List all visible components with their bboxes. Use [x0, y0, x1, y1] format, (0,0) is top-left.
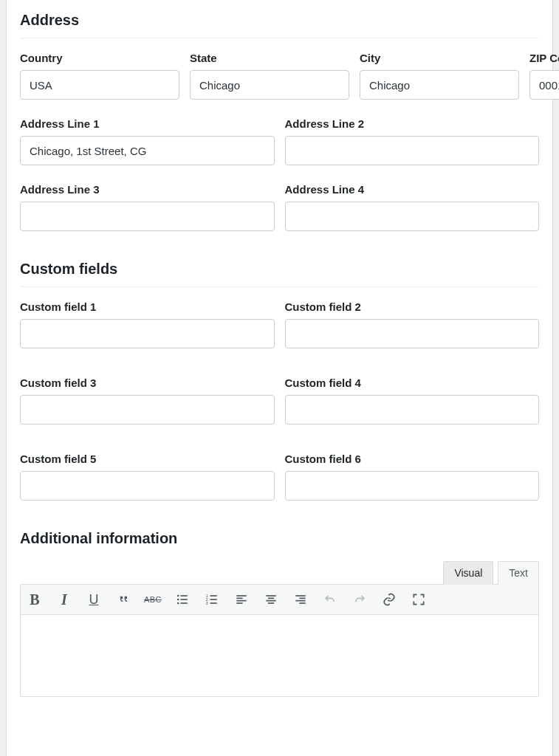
custom-field-4-label: Custom field 4 — [285, 377, 540, 389]
blockquote-button[interactable] — [115, 589, 131, 610]
svg-rect-17 — [268, 598, 274, 599]
city-input[interactable] — [360, 70, 519, 100]
address-line-1-input[interactable] — [20, 136, 275, 165]
svg-rect-14 — [236, 600, 246, 602]
link-button[interactable] — [381, 589, 397, 610]
svg-rect-19 — [268, 602, 274, 604]
svg-rect-11 — [210, 602, 217, 604]
italic-icon: I — [61, 591, 67, 608]
numbered-list-button[interactable]: 123 — [204, 589, 220, 610]
svg-point-2 — [177, 602, 179, 605]
tab-visual[interactable]: Visual — [443, 561, 493, 585]
custom-field-1-input[interactable] — [20, 319, 275, 348]
fullscreen-icon — [411, 592, 426, 607]
strikethrough-button[interactable]: ABC — [145, 589, 161, 610]
custom-field-2-label: Custom field 2 — [285, 300, 540, 313]
custom-field-5-label: Custom field 5 — [20, 453, 275, 465]
strikethrough-icon: ABC — [144, 595, 162, 604]
align-left-button[interactable] — [233, 589, 250, 610]
bold-button[interactable]: B — [27, 589, 43, 610]
custom-fields-section-title: Custom fields — [20, 249, 539, 287]
bold-icon: B — [30, 591, 39, 608]
rich-text-editor: B I U ABC 123 — [20, 584, 539, 697]
svg-rect-16 — [266, 595, 275, 597]
align-left-icon — [234, 592, 249, 607]
custom-field-6-input[interactable] — [285, 471, 540, 501]
custom-field-1-label: Custom field 1 — [20, 300, 275, 313]
custom-field-4-input[interactable] — [285, 395, 540, 425]
custom-field-6-label: Custom field 6 — [285, 453, 540, 465]
address-line-2-label: Address Line 2 — [285, 117, 540, 130]
address-line-3-label: Address Line 3 — [20, 183, 275, 196]
blockquote-icon — [116, 592, 131, 607]
bullet-list-icon — [175, 592, 190, 607]
svg-rect-21 — [299, 598, 305, 599]
additional-info-section-title: Additional information — [20, 518, 539, 556]
country-label: Country — [20, 52, 179, 64]
fullscreen-button[interactable] — [411, 589, 427, 610]
svg-rect-15 — [236, 602, 242, 604]
svg-point-1 — [177, 599, 179, 601]
link-icon — [382, 592, 397, 607]
svg-rect-4 — [181, 599, 188, 600]
undo-button[interactable] — [322, 589, 338, 610]
svg-point-0 — [177, 595, 179, 597]
svg-rect-23 — [299, 602, 305, 604]
svg-rect-3 — [181, 595, 188, 597]
align-right-button[interactable] — [292, 589, 309, 610]
align-center-button[interactable] — [263, 589, 279, 610]
custom-field-3-label: Custom field 3 — [20, 377, 275, 389]
editor-toolbar: B I U ABC 123 — [21, 585, 538, 615]
numbered-list-icon: 123 — [205, 592, 219, 607]
state-input[interactable] — [190, 70, 349, 100]
address-section-title: Address — [20, 0, 539, 38]
zip-label: ZIP Code — [529, 52, 559, 64]
custom-field-3-input[interactable] — [20, 395, 275, 425]
address-line-3-input[interactable] — [20, 202, 275, 231]
svg-rect-5 — [181, 602, 188, 604]
address-line-4-label: Address Line 4 — [285, 183, 540, 196]
svg-rect-22 — [295, 600, 305, 602]
svg-rect-10 — [210, 599, 217, 600]
undo-icon — [323, 592, 337, 607]
zip-input[interactable] — [529, 70, 559, 100]
state-label: State — [190, 52, 349, 64]
svg-rect-9 — [210, 595, 217, 597]
country-input[interactable] — [20, 70, 179, 100]
address-line-1-label: Address Line 1 — [20, 117, 275, 130]
custom-field-5-input[interactable] — [20, 471, 275, 501]
underline-icon: U — [89, 592, 99, 608]
svg-rect-12 — [236, 595, 246, 597]
address-line-2-input[interactable] — [285, 136, 540, 165]
align-center-icon — [264, 592, 278, 607]
svg-text:3: 3 — [206, 601, 208, 605]
tab-text[interactable]: Text — [498, 561, 539, 585]
svg-rect-18 — [266, 600, 275, 602]
italic-button[interactable]: I — [56, 589, 72, 610]
bullet-list-button[interactable] — [174, 589, 191, 610]
city-label: City — [360, 52, 519, 64]
redo-button[interactable] — [351, 589, 368, 610]
custom-field-2-input[interactable] — [285, 319, 540, 348]
redo-icon — [352, 592, 367, 607]
align-right-icon — [293, 592, 308, 607]
svg-rect-20 — [295, 595, 305, 597]
svg-rect-13 — [236, 598, 242, 599]
address-line-4-input[interactable] — [285, 202, 540, 231]
editor-content-area[interactable] — [21, 615, 538, 696]
underline-button[interactable]: U — [86, 589, 102, 610]
